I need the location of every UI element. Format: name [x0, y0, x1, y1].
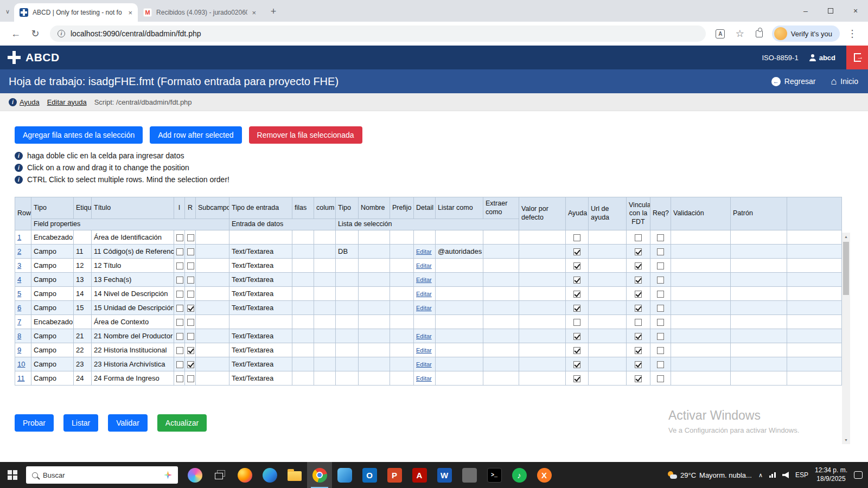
- fdt-checkbox[interactable]: [635, 333, 642, 340]
- language-indicator[interactable]: ESP: [795, 471, 808, 479]
- row-number-link[interactable]: 2: [17, 247, 21, 255]
- r-checkbox[interactable]: [187, 248, 194, 255]
- chrome-icon[interactable]: [307, 462, 332, 488]
- ayuda-checkbox[interactable]: [573, 319, 580, 326]
- tab-close-icon[interactable]: ×: [128, 9, 132, 17]
- spotify-icon[interactable]: ♪: [507, 462, 532, 488]
- scrollbar-thumb[interactable]: [843, 242, 849, 295]
- ayuda-checkbox[interactable]: [573, 234, 580, 241]
- acrobat-icon[interactable]: A: [407, 462, 432, 488]
- i-checkbox[interactable]: [176, 277, 183, 284]
- user-menu[interactable]: abcd: [809, 54, 835, 62]
- r-checkbox[interactable]: [187, 319, 194, 326]
- reload-button[interactable]: ↻: [26, 24, 44, 43]
- probar-button[interactable]: Probar: [15, 414, 54, 432]
- table-row[interactable]: 2Campo1111 Código(s) de ReferenciaText/T…: [15, 245, 842, 259]
- add-row-before-button[interactable]: Agregar fila antes de la selección: [15, 126, 143, 144]
- row-number-link[interactable]: 11: [17, 374, 25, 382]
- row-number-link[interactable]: 9: [17, 346, 21, 354]
- editar-link[interactable]: Editar: [416, 262, 432, 269]
- outlook-icon[interactable]: O: [357, 462, 382, 488]
- r-checkbox[interactable]: [187, 277, 194, 284]
- notification-icon[interactable]: [854, 471, 863, 479]
- close-window-button[interactable]: ×: [843, 0, 868, 22]
- i-checkbox[interactable]: [176, 262, 183, 269]
- terminal-icon[interactable]: >_: [482, 462, 507, 488]
- req-checkbox[interactable]: [657, 234, 664, 241]
- table-row[interactable]: 1EncabezadoÁrea de Identificación: [15, 230, 842, 245]
- regresar-link[interactable]: ← Regresar: [771, 77, 816, 86]
- req-checkbox[interactable]: [657, 248, 664, 255]
- r-checkbox[interactable]: [187, 361, 194, 368]
- word-icon[interactable]: W: [432, 462, 457, 488]
- start-button[interactable]: [0, 462, 25, 488]
- minimize-button[interactable]: –: [793, 0, 818, 22]
- bookmark-star-icon[interactable]: ☆: [731, 24, 749, 43]
- table-row[interactable]: 5Campo1414 Nivel de DescripciónText/Text…: [15, 287, 842, 301]
- ayuda-checkbox[interactable]: [573, 347, 580, 354]
- editar-link[interactable]: Editar: [416, 333, 432, 339]
- table-scrollbar[interactable]: ▲ ▼: [842, 233, 850, 444]
- editar-ayuda-link[interactable]: Editar ayuda: [47, 98, 87, 106]
- fdt-checkbox[interactable]: [635, 361, 642, 368]
- req-checkbox[interactable]: [657, 375, 664, 382]
- fdt-checkbox[interactable]: [635, 262, 642, 269]
- add-row-after-button[interactable]: Add row after selected: [150, 126, 241, 144]
- translate-icon[interactable]: A: [711, 24, 730, 43]
- photos-icon[interactable]: [332, 462, 357, 488]
- row-number-link[interactable]: 5: [17, 290, 21, 298]
- table-row[interactable]: 10Campo2323 Historia ArchivísticaText/Te…: [15, 357, 842, 371]
- actualizar-button[interactable]: Actualizar: [157, 414, 207, 432]
- editar-link[interactable]: Editar: [416, 248, 432, 255]
- table-row[interactable]: 9Campo2222 Historia InstitucionalText/Te…: [15, 343, 842, 357]
- site-info-icon[interactable]: i: [58, 30, 65, 37]
- fdt-checkbox[interactable]: [635, 347, 642, 354]
- i-checkbox[interactable]: [176, 305, 183, 312]
- pinned-app-icon[interactable]: [457, 462, 482, 488]
- r-checkbox[interactable]: [187, 291, 194, 298]
- ayuda-checkbox[interactable]: [573, 277, 580, 284]
- i-checkbox[interactable]: [176, 248, 183, 255]
- i-checkbox[interactable]: [176, 347, 183, 354]
- i-checkbox[interactable]: [176, 319, 183, 326]
- editar-link[interactable]: Editar: [416, 347, 432, 354]
- tab-search-icon[interactable]: ∨: [5, 8, 10, 15]
- firefox-icon[interactable]: [232, 462, 257, 488]
- req-checkbox[interactable]: [657, 333, 664, 340]
- ayuda-checkbox[interactable]: [573, 291, 580, 298]
- fdt-checkbox[interactable]: [635, 234, 642, 241]
- table-row[interactable]: 8Campo2121 Nombre del ProductorText/Text…: [15, 329, 842, 343]
- profile-chip[interactable]: Verify it's you: [772, 25, 840, 42]
- tray-chevron-icon[interactable]: ∧: [758, 472, 763, 479]
- clock[interactable]: 12:34 p. m. 18/9/2025: [815, 466, 847, 483]
- fdt-checkbox[interactable]: [635, 277, 642, 284]
- row-number-link[interactable]: 3: [17, 261, 21, 269]
- ayuda-checkbox[interactable]: [573, 361, 580, 368]
- table-row[interactable]: 7EncabezadoÁrea de Contexto: [15, 315, 842, 329]
- req-checkbox[interactable]: [657, 347, 664, 354]
- fdt-checkbox[interactable]: [635, 305, 642, 312]
- powerpoint-icon[interactable]: P: [382, 462, 407, 488]
- fdt-checkbox[interactable]: [635, 319, 642, 326]
- req-checkbox[interactable]: [657, 319, 664, 326]
- row-number-link[interactable]: 1: [17, 233, 21, 241]
- new-tab-button[interactable]: +: [266, 4, 281, 19]
- i-checkbox[interactable]: [176, 375, 183, 382]
- url-bar[interactable]: i localhost:9090/central/dbadmin/fdt.php: [50, 25, 706, 42]
- r-checkbox[interactable]: [187, 234, 194, 241]
- ayuda-link[interactable]: Ayuda: [20, 98, 40, 106]
- editar-link[interactable]: Editar: [416, 375, 432, 382]
- scroll-up-icon[interactable]: ▲: [842, 233, 850, 241]
- req-checkbox[interactable]: [657, 291, 664, 298]
- i-checkbox[interactable]: [176, 361, 183, 368]
- remove-row-button[interactable]: Remover la fila seleccionada: [249, 126, 362, 144]
- ayuda-checkbox[interactable]: [573, 333, 580, 340]
- editar-link[interactable]: Editar: [416, 361, 432, 368]
- row-number-link[interactable]: 4: [17, 275, 21, 284]
- ayuda-checkbox[interactable]: [573, 305, 580, 312]
- editar-link[interactable]: Editar: [416, 291, 432, 297]
- editar-link[interactable]: Editar: [416, 305, 432, 311]
- back-button[interactable]: ←: [7, 24, 25, 43]
- network-icon[interactable]: [769, 472, 776, 478]
- inicio-link[interactable]: ⌂ Inicio: [831, 76, 858, 86]
